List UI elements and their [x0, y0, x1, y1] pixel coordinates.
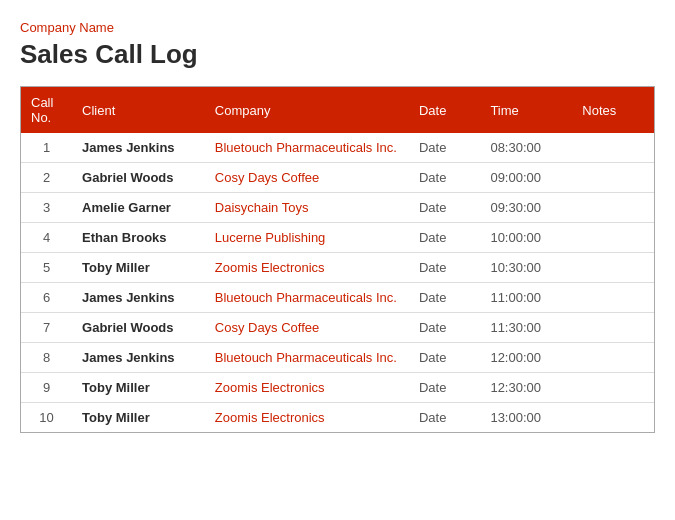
cell-time: 10:30:00 — [480, 253, 572, 283]
cell-notes — [572, 313, 654, 343]
cell-client: James Jenkins — [72, 133, 205, 163]
sales-call-log-table: Call No. Client Company Date Time Notes … — [21, 87, 654, 432]
table-row: 2Gabriel WoodsCosy Days CoffeeDate09:00:… — [21, 163, 654, 193]
cell-notes — [572, 403, 654, 433]
cell-date: Date — [409, 313, 480, 343]
cell-callno: 10 — [21, 403, 72, 433]
cell-company: Bluetouch Pharmaceuticals Inc. — [205, 343, 409, 373]
cell-client: Amelie Garner — [72, 193, 205, 223]
table-row: 7Gabriel WoodsCosy Days CoffeeDate11:30:… — [21, 313, 654, 343]
cell-callno: 2 — [21, 163, 72, 193]
cell-notes — [572, 373, 654, 403]
cell-notes — [572, 193, 654, 223]
cell-callno: 8 — [21, 343, 72, 373]
cell-notes — [572, 133, 654, 163]
cell-client: Toby Miller — [72, 373, 205, 403]
cell-callno: 1 — [21, 133, 72, 163]
cell-company: Lucerne Publishing — [205, 223, 409, 253]
cell-notes — [572, 343, 654, 373]
cell-time: 08:30:00 — [480, 133, 572, 163]
cell-company: Daisychain Toys — [205, 193, 409, 223]
company-name-label: Company Name — [20, 20, 655, 35]
cell-notes — [572, 163, 654, 193]
cell-company: Bluetouch Pharmaceuticals Inc. — [205, 133, 409, 163]
cell-time: 13:00:00 — [480, 403, 572, 433]
cell-date: Date — [409, 223, 480, 253]
cell-company: Cosy Days Coffee — [205, 313, 409, 343]
table-header-row: Call No. Client Company Date Time Notes — [21, 87, 654, 133]
cell-date: Date — [409, 403, 480, 433]
cell-date: Date — [409, 253, 480, 283]
table-row: 5Toby MillerZoomis ElectronicsDate10:30:… — [21, 253, 654, 283]
cell-client: James Jenkins — [72, 283, 205, 313]
table-row: 9Toby MillerZoomis ElectronicsDate12:30:… — [21, 373, 654, 403]
cell-time: 11:00:00 — [480, 283, 572, 313]
cell-client: James Jenkins — [72, 343, 205, 373]
cell-company: Zoomis Electronics — [205, 373, 409, 403]
cell-callno: 6 — [21, 283, 72, 313]
cell-client: Ethan Brooks — [72, 223, 205, 253]
col-header-callno: Call No. — [21, 87, 72, 133]
table-container: Call No. Client Company Date Time Notes … — [20, 86, 655, 433]
col-header-time: Time — [480, 87, 572, 133]
cell-time: 11:30:00 — [480, 313, 572, 343]
table-row: 1James JenkinsBluetouch Pharmaceuticals … — [21, 133, 654, 163]
cell-callno: 4 — [21, 223, 72, 253]
cell-time: 09:00:00 — [480, 163, 572, 193]
cell-date: Date — [409, 133, 480, 163]
cell-time: 09:30:00 — [480, 193, 572, 223]
cell-date: Date — [409, 163, 480, 193]
col-header-client: Client — [72, 87, 205, 133]
cell-notes — [572, 223, 654, 253]
cell-client: Gabriel Woods — [72, 163, 205, 193]
cell-date: Date — [409, 193, 480, 223]
cell-time: 12:00:00 — [480, 343, 572, 373]
cell-time: 10:00:00 — [480, 223, 572, 253]
cell-company: Zoomis Electronics — [205, 253, 409, 283]
table-row: 4Ethan BrooksLucerne PublishingDate10:00… — [21, 223, 654, 253]
cell-time: 12:30:00 — [480, 373, 572, 403]
cell-client: Gabriel Woods — [72, 313, 205, 343]
cell-date: Date — [409, 373, 480, 403]
table-row: 10Toby MillerZoomis ElectronicsDate13:00… — [21, 403, 654, 433]
cell-company: Bluetouch Pharmaceuticals Inc. — [205, 283, 409, 313]
cell-notes — [572, 283, 654, 313]
cell-client: Toby Miller — [72, 403, 205, 433]
table-row: 8James JenkinsBluetouch Pharmaceuticals … — [21, 343, 654, 373]
cell-date: Date — [409, 343, 480, 373]
cell-company: Zoomis Electronics — [205, 403, 409, 433]
cell-callno: 5 — [21, 253, 72, 283]
cell-date: Date — [409, 283, 480, 313]
cell-notes — [572, 253, 654, 283]
cell-callno: 7 — [21, 313, 72, 343]
page-title: Sales Call Log — [20, 39, 655, 70]
cell-company: Cosy Days Coffee — [205, 163, 409, 193]
table-row: 3Amelie GarnerDaisychain ToysDate09:30:0… — [21, 193, 654, 223]
col-header-date: Date — [409, 87, 480, 133]
cell-client: Toby Miller — [72, 253, 205, 283]
table-row: 6James JenkinsBluetouch Pharmaceuticals … — [21, 283, 654, 313]
cell-callno: 3 — [21, 193, 72, 223]
cell-callno: 9 — [21, 373, 72, 403]
col-header-notes: Notes — [572, 87, 654, 133]
col-header-company: Company — [205, 87, 409, 133]
